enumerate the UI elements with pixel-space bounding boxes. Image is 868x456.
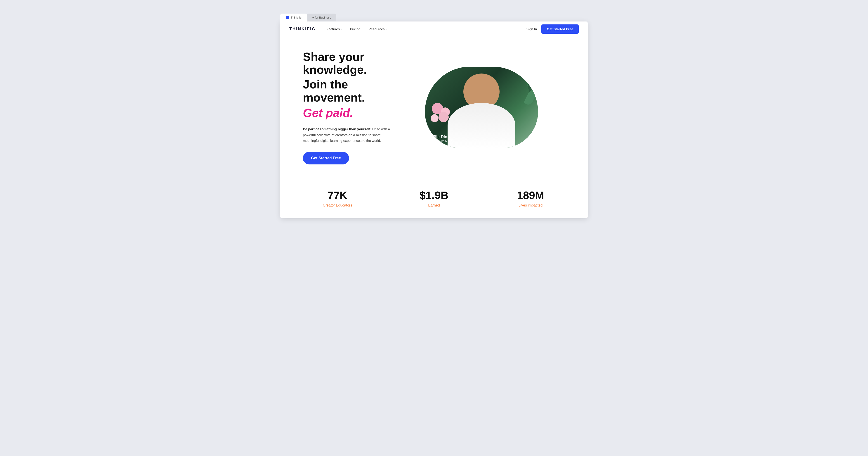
- hero-person-body: [447, 103, 515, 148]
- nav-actions: Sign In Get Started Free: [526, 24, 579, 34]
- tab-favicon: [286, 16, 289, 19]
- site-logo[interactable]: THINKIFIC: [289, 27, 315, 31]
- nav-cta-button[interactable]: Get Started Free: [541, 24, 579, 34]
- hero-caption-name: Ellie Diop: [431, 135, 454, 139]
- hero-cta-button[interactable]: Get Started Free: [303, 152, 349, 165]
- stat-number-earned: $1.9B: [395, 189, 473, 202]
- chevron-down-icon: ▾: [341, 28, 342, 30]
- chevron-down-icon-2: ▾: [385, 28, 387, 30]
- hero-image: Ellie Diop Ellie Talks Money: [425, 67, 538, 148]
- sign-in-button[interactable]: Sign In: [526, 27, 537, 31]
- hero-tagline: Get paid.: [303, 106, 411, 120]
- flower-4: [438, 112, 449, 122]
- secondary-tab-label: + for Business: [312, 16, 331, 19]
- hero-description-bold: Be part of something bigger than yoursel…: [303, 127, 371, 131]
- stat-number-educators: 77K: [298, 189, 377, 202]
- flower-3: [431, 114, 438, 122]
- stat-label-lives: Lives impacted: [491, 203, 569, 207]
- browser-window: Thinkific + for Business THINKIFIC Featu…: [280, 13, 588, 218]
- stat-creator-educators: 77K Creator Educators: [289, 189, 385, 207]
- stat-number-lives: 189M: [491, 189, 569, 202]
- hero-content: Share your knowledge. Join the movement.…: [303, 51, 411, 165]
- nav-resources[interactable]: Resources ▾: [368, 27, 387, 31]
- nav-pricing-label: Pricing: [350, 27, 360, 31]
- stats-section: 77K Creator Educators $1.9B Earned 189M …: [280, 178, 588, 218]
- stat-lives: 189M Lives impacted: [483, 189, 579, 207]
- nav-features-label: Features: [327, 27, 340, 31]
- nav-resources-label: Resources: [368, 27, 385, 31]
- plant-leaf-3: [524, 88, 537, 106]
- active-tab-label: Thinkific: [291, 16, 302, 19]
- stat-earned: $1.9B Earned: [386, 189, 482, 207]
- browser-tabs: Thinkific + for Business: [280, 13, 588, 22]
- main-window: THINKIFIC Features ▾ Pricing Resources ▾…: [280, 22, 588, 218]
- hero-section: Share your knowledge. Join the movement.…: [280, 37, 588, 178]
- hero-headline-line1: Share your knowledge.: [303, 51, 411, 76]
- hero-headline-line2: Join the movement.: [303, 78, 411, 104]
- hero-description: Be part of something bigger than yoursel…: [303, 126, 398, 144]
- navbar: THINKIFIC Features ▾ Pricing Resources ▾…: [280, 22, 588, 37]
- stat-label-educators: Creator Educators: [298, 203, 377, 207]
- stat-label-earned: Earned: [395, 203, 473, 207]
- nav-links: Features ▾ Pricing Resources ▾: [327, 27, 526, 31]
- hero-caption-subtitle: Ellie Talks Money: [431, 139, 454, 143]
- active-tab[interactable]: Thinkific: [280, 13, 307, 22]
- hero-caption: Ellie Diop Ellie Talks Money: [431, 135, 454, 143]
- hero-plant: [522, 71, 536, 116]
- nav-pricing[interactable]: Pricing: [350, 27, 360, 31]
- secondary-tab[interactable]: + for Business: [307, 13, 337, 22]
- nav-features[interactable]: Features ▾: [327, 27, 342, 31]
